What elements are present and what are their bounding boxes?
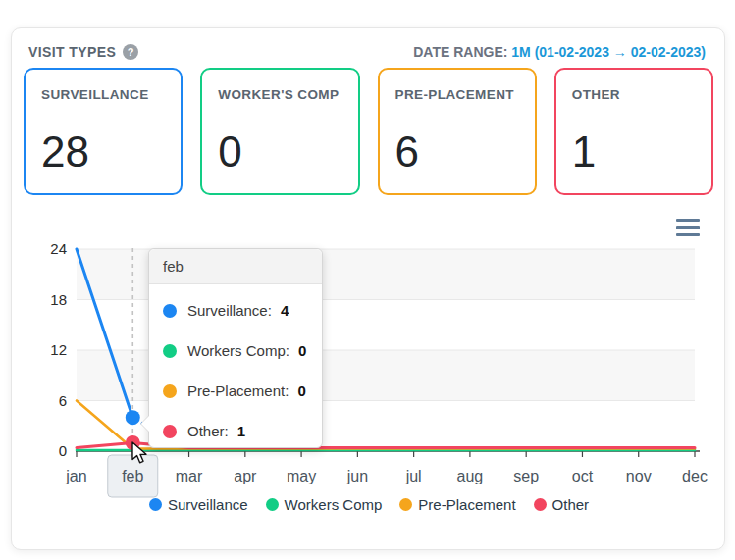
legend-label: Other xyxy=(552,496,590,513)
tooltip-series-value: 1 xyxy=(237,423,245,439)
stat-card-value: 0 xyxy=(218,128,341,176)
tooltip-series-label: Workers Comp: xyxy=(187,342,289,359)
tooltip-series-value: 4 xyxy=(281,302,289,319)
tooltip-row: Pre-Placement:0 xyxy=(149,371,322,411)
stat-card-value: 6 xyxy=(395,128,519,176)
tooltip-series-label: Surveillance: xyxy=(187,302,272,319)
chart-menu-icon[interactable] xyxy=(676,219,700,236)
panel-title: VISIT TYPES xyxy=(28,44,116,60)
stat-card-label: WORKER'S COMP xyxy=(218,85,341,128)
stat-card-workers-comp[interactable]: WORKER'S COMP 0 xyxy=(200,68,359,195)
legend-item-surveillance[interactable]: Surveillance xyxy=(149,496,248,513)
tooltip-caret xyxy=(141,416,149,432)
series-dot-icon xyxy=(163,344,177,358)
legend-label: Surveillance xyxy=(168,496,248,513)
series-dot-icon xyxy=(163,384,177,398)
legend-item-pre-placement[interactable]: Pre-Placement xyxy=(399,496,515,513)
stat-card-value: 1 xyxy=(572,128,696,176)
stat-card-label: SURVEILLANCE xyxy=(41,85,165,128)
stat-cards-row: SURVEILLANCE 28 WORKER'S COMP 0 PRE-PLAC… xyxy=(24,68,713,195)
visit-types-panel: VISIT TYPES ? DATE RANGE: 1M (01-02-2023… xyxy=(11,27,725,550)
stat-card-label: PRE-PLACEMENT xyxy=(395,85,519,128)
help-icon[interactable]: ? xyxy=(123,44,138,60)
tooltip-series-value: 0 xyxy=(298,342,306,359)
legend-dot-icon xyxy=(266,498,279,511)
legend-item-other[interactable]: Other xyxy=(534,496,590,513)
stat-card-other[interactable]: OTHER 1 xyxy=(554,68,713,195)
stat-card-value: 28 xyxy=(41,128,165,176)
series-dot-icon xyxy=(163,425,177,438)
legend-label: Pre-Placement xyxy=(418,496,515,513)
stat-card-pre-placement[interactable]: PRE-PLACEMENT 6 xyxy=(378,68,537,195)
stat-card-surveillance[interactable]: SURVEILLANCE 28 xyxy=(24,68,183,195)
legend-item-workers-comp[interactable]: Workers Comp xyxy=(266,496,383,513)
legend-dot-icon xyxy=(149,498,162,511)
tooltip-title: feb xyxy=(149,249,322,284)
date-range-value[interactable]: 1M (01-02-2023 → 02-02-2023) xyxy=(511,44,706,60)
tooltip-row: Surveillance:4 xyxy=(149,290,322,331)
date-range-label: DATE RANGE: xyxy=(413,44,507,60)
chart-legend: SurveillanceWorkers CompPre-PlacementOth… xyxy=(12,496,726,513)
tooltip-row: Other:1 xyxy=(149,411,322,451)
tooltip-series-label: Other: xyxy=(187,423,229,439)
chart-tooltip: feb Surveillance:4Workers Comp:0Pre-Plac… xyxy=(148,248,323,448)
legend-dot-icon xyxy=(534,498,547,511)
series-dot-icon xyxy=(163,304,177,318)
legend-label: Workers Comp xyxy=(285,496,383,513)
tooltip-series-label: Pre-Placement: xyxy=(187,382,289,399)
legend-dot-icon xyxy=(399,498,412,511)
tooltip-row: Workers Comp:0 xyxy=(149,331,322,371)
tooltip-series-value: 0 xyxy=(297,382,305,399)
panel-header: VISIT TYPES ? DATE RANGE: 1M (01-02-2023… xyxy=(12,36,724,68)
stat-card-label: OTHER xyxy=(572,85,696,128)
